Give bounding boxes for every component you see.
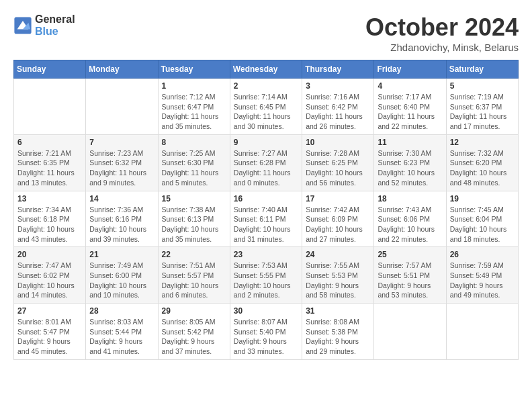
day-info: Sunrise: 7:53 AM Sunset: 5:55 PM Dayligh… — [234, 261, 298, 300]
logo-text: General Blue — [35, 13, 75, 38]
day-number: 14 — [89, 194, 154, 203]
week-row-3: 13Sunrise: 7:34 AM Sunset: 6:18 PM Dayli… — [14, 191, 519, 247]
day-info: Sunrise: 7:40 AM Sunset: 6:11 PM Dayligh… — [234, 205, 298, 244]
day-cell: 9Sunrise: 7:27 AM Sunset: 6:28 PM Daylig… — [230, 134, 302, 191]
day-cell: 7Sunrise: 7:23 AM Sunset: 6:32 PM Daylig… — [86, 134, 158, 191]
day-number: 23 — [234, 250, 298, 259]
day-info: Sunrise: 8:01 AM Sunset: 5:47 PM Dayligh… — [17, 317, 82, 357]
day-number: 16 — [234, 194, 298, 203]
title-block: October 2024 Zhdanovichy, Minsk, Belarus — [365, 13, 519, 53]
day-number: 8 — [162, 138, 226, 147]
weekday-header-thursday: Thursday — [302, 60, 374, 79]
day-cell: 14Sunrise: 7:36 AM Sunset: 6:16 PM Dayli… — [86, 191, 158, 247]
day-number: 13 — [17, 194, 82, 203]
day-number: 17 — [306, 194, 370, 203]
weekday-header-row: SundayMondayTuesdayWednesdayThursdayFrid… — [14, 60, 519, 79]
logo-icon — [13, 16, 32, 35]
day-cell: 10Sunrise: 7:28 AM Sunset: 6:25 PM Dayli… — [302, 134, 374, 191]
day-info: Sunrise: 7:47 AM Sunset: 6:02 PM Dayligh… — [17, 261, 82, 300]
day-cell: 2Sunrise: 7:14 AM Sunset: 6:45 PM Daylig… — [230, 79, 302, 135]
day-number: 12 — [450, 138, 515, 147]
day-number: 6 — [17, 138, 82, 147]
day-cell — [446, 304, 518, 360]
day-number: 11 — [378, 138, 442, 147]
day-number: 27 — [17, 306, 82, 316]
day-cell: 29Sunrise: 8:05 AM Sunset: 5:42 PM Dayli… — [158, 304, 230, 360]
day-cell: 26Sunrise: 7:59 AM Sunset: 5:49 PM Dayli… — [446, 247, 518, 304]
day-info: Sunrise: 7:38 AM Sunset: 6:13 PM Dayligh… — [162, 205, 226, 244]
day-cell: 6Sunrise: 7:21 AM Sunset: 6:35 PM Daylig… — [14, 134, 86, 191]
day-info: Sunrise: 7:36 AM Sunset: 6:16 PM Dayligh… — [89, 205, 154, 244]
day-number: 1 — [162, 81, 226, 91]
day-cell: 23Sunrise: 7:53 AM Sunset: 5:55 PM Dayli… — [230, 247, 302, 304]
weekday-header-monday: Monday — [86, 60, 158, 79]
logo-blue: Blue — [35, 26, 58, 37]
day-info: Sunrise: 7:21 AM Sunset: 6:35 PM Dayligh… — [17, 148, 82, 188]
day-number: 2 — [234, 81, 298, 91]
day-info: Sunrise: 7:17 AM Sunset: 6:40 PM Dayligh… — [378, 92, 442, 132]
week-row-1: 1Sunrise: 7:12 AM Sunset: 6:47 PM Daylig… — [14, 79, 519, 135]
day-number: 21 — [89, 250, 154, 259]
day-number: 5 — [450, 81, 515, 91]
day-number: 26 — [450, 250, 515, 259]
day-info: Sunrise: 7:14 AM Sunset: 6:45 PM Dayligh… — [234, 92, 298, 132]
day-number: 25 — [378, 250, 442, 259]
day-cell: 24Sunrise: 7:55 AM Sunset: 5:53 PM Dayli… — [302, 247, 374, 304]
day-number: 9 — [234, 138, 298, 147]
logo: General Blue — [13, 13, 75, 38]
day-info: Sunrise: 7:51 AM Sunset: 5:57 PM Dayligh… — [162, 261, 226, 300]
day-number: 31 — [306, 306, 370, 316]
day-number: 3 — [306, 81, 370, 91]
day-cell — [86, 79, 158, 135]
day-number: 19 — [450, 194, 515, 203]
day-cell: 22Sunrise: 7:51 AM Sunset: 5:57 PM Dayli… — [158, 247, 230, 304]
day-info: Sunrise: 7:32 AM Sunset: 6:20 PM Dayligh… — [450, 148, 515, 188]
day-cell: 19Sunrise: 7:45 AM Sunset: 6:04 PM Dayli… — [446, 191, 518, 247]
logo-general: General — [35, 13, 75, 25]
day-number: 22 — [162, 250, 226, 259]
day-number: 29 — [162, 306, 226, 316]
weekday-header-friday: Friday — [374, 60, 446, 79]
day-cell: 5Sunrise: 7:19 AM Sunset: 6:37 PM Daylig… — [446, 79, 518, 135]
week-row-2: 6Sunrise: 7:21 AM Sunset: 6:35 PM Daylig… — [14, 134, 519, 191]
day-cell: 3Sunrise: 7:16 AM Sunset: 6:42 PM Daylig… — [302, 79, 374, 135]
day-number: 18 — [378, 194, 442, 203]
day-number: 7 — [89, 138, 154, 147]
day-info: Sunrise: 7:25 AM Sunset: 6:30 PM Dayligh… — [162, 148, 226, 188]
day-cell: 30Sunrise: 8:07 AM Sunset: 5:40 PM Dayli… — [230, 304, 302, 360]
calendar-table: SundayMondayTuesdayWednesdayThursdayFrid… — [13, 60, 519, 360]
day-info: Sunrise: 8:03 AM Sunset: 5:44 PM Dayligh… — [89, 317, 154, 357]
day-cell — [14, 79, 86, 135]
day-info: Sunrise: 7:59 AM Sunset: 5:49 PM Dayligh… — [450, 261, 515, 300]
weekday-header-tuesday: Tuesday — [158, 60, 230, 79]
day-info: Sunrise: 7:23 AM Sunset: 6:32 PM Dayligh… — [89, 148, 154, 188]
day-info: Sunrise: 8:07 AM Sunset: 5:40 PM Dayligh… — [234, 317, 298, 357]
day-cell: 13Sunrise: 7:34 AM Sunset: 6:18 PM Dayli… — [14, 191, 86, 247]
day-cell: 27Sunrise: 8:01 AM Sunset: 5:47 PM Dayli… — [14, 304, 86, 360]
day-cell: 21Sunrise: 7:49 AM Sunset: 6:00 PM Dayli… — [86, 247, 158, 304]
day-number: 20 — [17, 250, 82, 259]
day-info: Sunrise: 7:19 AM Sunset: 6:37 PM Dayligh… — [450, 92, 515, 132]
day-number: 24 — [306, 250, 370, 259]
day-info: Sunrise: 7:28 AM Sunset: 6:25 PM Dayligh… — [306, 148, 370, 188]
day-info: Sunrise: 7:12 AM Sunset: 6:47 PM Dayligh… — [162, 92, 226, 132]
day-info: Sunrise: 7:49 AM Sunset: 6:00 PM Dayligh… — [89, 261, 154, 300]
day-cell: 15Sunrise: 7:38 AM Sunset: 6:13 PM Dayli… — [158, 191, 230, 247]
day-info: Sunrise: 8:08 AM Sunset: 5:38 PM Dayligh… — [306, 317, 370, 357]
day-cell: 18Sunrise: 7:43 AM Sunset: 6:06 PM Dayli… — [374, 191, 446, 247]
day-cell: 12Sunrise: 7:32 AM Sunset: 6:20 PM Dayli… — [446, 134, 518, 191]
weekday-header-sunday: Sunday — [14, 60, 86, 79]
day-info: Sunrise: 7:57 AM Sunset: 5:51 PM Dayligh… — [378, 261, 442, 300]
day-cell: 4Sunrise: 7:17 AM Sunset: 6:40 PM Daylig… — [374, 79, 446, 135]
month-title: October 2024 — [365, 13, 519, 42]
weekday-header-wednesday: Wednesday — [230, 60, 302, 79]
day-cell: 17Sunrise: 7:42 AM Sunset: 6:09 PM Dayli… — [302, 191, 374, 247]
week-row-5: 27Sunrise: 8:01 AM Sunset: 5:47 PM Dayli… — [14, 304, 519, 360]
day-cell: 28Sunrise: 8:03 AM Sunset: 5:44 PM Dayli… — [86, 304, 158, 360]
day-info: Sunrise: 7:45 AM Sunset: 6:04 PM Dayligh… — [450, 205, 515, 244]
day-cell: 16Sunrise: 7:40 AM Sunset: 6:11 PM Dayli… — [230, 191, 302, 247]
week-row-4: 20Sunrise: 7:47 AM Sunset: 6:02 PM Dayli… — [14, 247, 519, 304]
day-number: 30 — [234, 306, 298, 316]
day-cell: 11Sunrise: 7:30 AM Sunset: 6:23 PM Dayli… — [374, 134, 446, 191]
day-info: Sunrise: 7:43 AM Sunset: 6:06 PM Dayligh… — [378, 205, 442, 244]
